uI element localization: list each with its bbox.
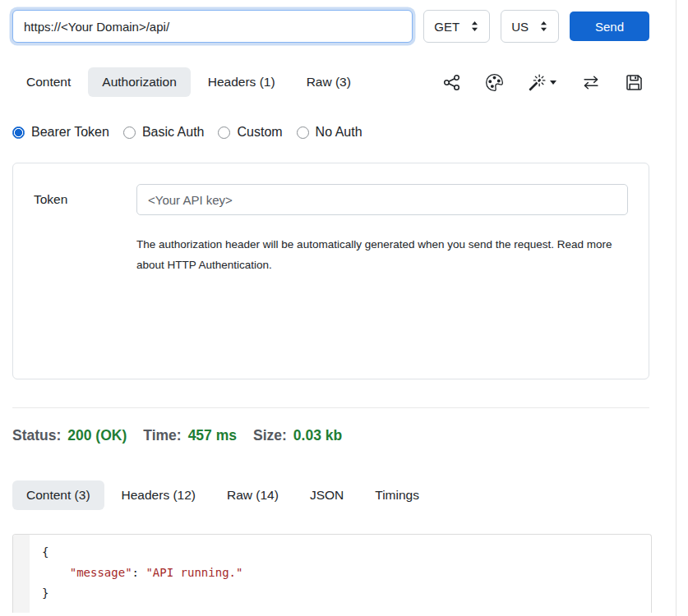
content-column: GET US Send Content Authorization Header… (12, 10, 649, 613)
response-tabs: Content (3) Headers (12) Raw (14) JSON T… (12, 480, 649, 510)
updown-arrows-icon (470, 21, 479, 32)
status-label: Status: (12, 427, 61, 444)
radio-no-auth[interactable]: No Auth (297, 125, 362, 140)
status-value: 200 (OK) (67, 427, 127, 444)
section-divider (12, 407, 649, 408)
tab-response-content[interactable]: Content (3) (12, 480, 104, 510)
code-gutter (13, 535, 30, 613)
tab-authorization[interactable]: Authorization (88, 67, 190, 97)
radio-bearer-token[interactable]: Bearer Token (12, 125, 109, 140)
radio-circle (218, 126, 230, 139)
toolbar (443, 74, 649, 91)
json-separator: : (132, 566, 146, 579)
url-input[interactable] (12, 10, 413, 43)
radio-circle (12, 126, 25, 139)
swap-arrows-icon[interactable] (582, 74, 600, 91)
send-button[interactable]: Send (570, 11, 649, 41)
radio-basic-auth[interactable]: Basic Auth (123, 125, 205, 140)
radio-label: No Auth (316, 125, 362, 140)
json-value: "API running." (145, 566, 242, 579)
palette-icon[interactable] (486, 74, 503, 91)
magic-wand-icon[interactable] (529, 74, 556, 91)
time-value: 457 ms (188, 427, 237, 444)
auth-type-options: Bearer Token Basic Auth Custom No Auth (12, 125, 649, 140)
method-select[interactable]: GET (423, 10, 490, 43)
share-icon[interactable] (443, 74, 460, 91)
tab-raw[interactable]: Raw (3) (293, 67, 365, 97)
chevron-down-icon (550, 80, 556, 85)
token-row: Token (34, 184, 628, 215)
request-bar: GET US Send (12, 10, 649, 43)
size-group: Size: 0.03 kb (253, 427, 342, 444)
token-input[interactable] (136, 184, 628, 215)
radio-circle (123, 126, 136, 139)
request-tabs: Content Authorization Headers (1) Raw (3… (12, 67, 649, 97)
tab-headers[interactable]: Headers (1) (194, 67, 289, 97)
auth-help-text: The authorization header will be automat… (136, 234, 613, 275)
radio-label: Basic Auth (142, 125, 205, 140)
json-brace: } (42, 586, 48, 600)
tab-content[interactable]: Content (12, 67, 85, 97)
time-group: Time: 457 ms (143, 427, 237, 444)
token-label: Token (34, 192, 136, 207)
response-status-row: Status: 200 (OK) Time: 457 ms Size: 0.03… (12, 427, 649, 444)
tab-response-timings[interactable]: Timings (361, 480, 433, 510)
json-indent (42, 566, 70, 579)
tab-response-json[interactable]: JSON (296, 480, 358, 510)
time-label: Time: (143, 427, 181, 444)
tab-response-raw[interactable]: Raw (14) (213, 480, 293, 510)
status-group: Status: 200 (OK) (12, 427, 127, 444)
size-label: Size: (253, 427, 287, 444)
json-key: "message" (70, 566, 132, 579)
updown-arrows-icon (539, 21, 548, 32)
response-json-code[interactable]: { "message": "API running." } (30, 535, 651, 613)
radio-circle (297, 126, 309, 139)
radio-label: Custom (237, 125, 282, 140)
response-body-panel: { "message": "API running." } (12, 534, 652, 613)
tab-response-headers[interactable]: Headers (12) (108, 480, 210, 510)
save-icon[interactable] (626, 74, 643, 91)
api-client-window: GET US Send Content Authorization Header… (0, 0, 676, 616)
auth-panel: Token The authorization header will be a… (12, 163, 649, 379)
radio-custom[interactable]: Custom (218, 125, 282, 140)
json-brace: { (42, 545, 48, 559)
radio-label: Bearer Token (31, 125, 109, 140)
region-select-value: US (511, 20, 529, 34)
region-select[interactable]: US (501, 10, 559, 43)
size-value: 0.03 kb (293, 427, 342, 444)
method-select-value: GET (434, 20, 459, 34)
